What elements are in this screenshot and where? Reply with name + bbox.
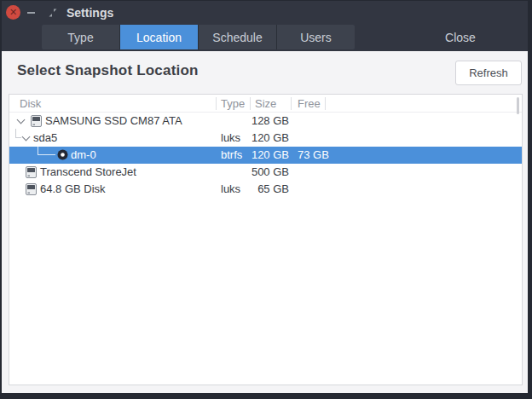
tab-bar: TypeLocationScheduleUsers Close xyxy=(2,25,528,49)
tree-elbow xyxy=(15,129,21,138)
table-row[interactable]: sda5luks120 GB xyxy=(9,130,522,147)
tab-group: TypeLocationScheduleUsers xyxy=(42,25,355,49)
table-rows: SAMSUNG SSD CM87 ATA128 GBsda5luks120 GB… xyxy=(9,113,522,198)
cell-size: 500 GB xyxy=(251,165,289,178)
tree-elbow xyxy=(38,146,55,155)
table-row[interactable]: Transcend StoreJet500 GB xyxy=(9,164,522,181)
cell-size: 65 GB xyxy=(251,182,289,195)
column-header-disk[interactable]: Disk xyxy=(20,97,41,110)
row-label: dm-0 xyxy=(71,148,96,161)
window-title: Settings xyxy=(66,6,113,20)
restore-icon[interactable] xyxy=(48,8,58,18)
expander-chevron-icon[interactable] xyxy=(22,133,31,142)
tab-schedule[interactable]: Schedule xyxy=(199,25,277,49)
page-title: Select Snapshot Location xyxy=(17,62,199,79)
disk-icon xyxy=(26,183,37,195)
cell-type: luks xyxy=(221,182,240,195)
cell-free: 73 GB xyxy=(298,148,329,161)
snapshot-location-table: Disk Type Size Free SAMSUNG SSD CM87 ATA… xyxy=(9,94,523,385)
tab-location[interactable]: Location xyxy=(120,25,199,49)
table-header: Disk Type Size Free xyxy=(9,95,522,113)
disk-icon xyxy=(31,115,42,127)
row-label: SAMSUNG SSD CM87 ATA xyxy=(45,114,182,127)
minimize-icon[interactable] xyxy=(27,12,35,14)
cell-size: 120 GB xyxy=(251,148,289,161)
tab-type[interactable]: Type xyxy=(42,25,120,49)
cell-size: 128 GB xyxy=(251,114,289,127)
close-window-icon[interactable]: ✕ xyxy=(6,5,20,20)
column-divider xyxy=(250,97,251,110)
column-divider xyxy=(291,97,292,110)
refresh-button[interactable]: Refresh xyxy=(455,61,522,85)
row-label: Transcend StoreJet xyxy=(40,165,136,178)
cell-type: luks xyxy=(221,131,240,144)
table-row[interactable]: 64.8 GB Diskluks65 GB xyxy=(9,181,522,198)
disk-icon xyxy=(26,166,37,178)
column-header-free[interactable]: Free xyxy=(298,97,321,110)
cell-type: btrfs xyxy=(221,148,242,161)
volume-icon xyxy=(57,149,68,160)
column-divider xyxy=(325,97,326,110)
vertical-scrollbar[interactable] xyxy=(517,97,519,114)
column-divider xyxy=(216,97,217,110)
column-header-type[interactable]: Type xyxy=(221,97,245,110)
window-header: ✕ Settings TypeLocationScheduleUsers Clo… xyxy=(2,1,528,51)
column-header-size[interactable]: Size xyxy=(255,97,276,110)
table-row[interactable]: SAMSUNG SSD CM87 ATA128 GB xyxy=(9,113,522,130)
expander-chevron-icon[interactable] xyxy=(17,116,26,124)
cell-size: 120 GB xyxy=(251,131,289,144)
row-label: sda5 xyxy=(33,131,57,144)
titlebar: ✕ Settings xyxy=(2,1,528,25)
settings-window: ✕ Settings TypeLocationScheduleUsers Clo… xyxy=(0,0,532,399)
main-content: Select Snapshot Location Refresh Disk Ty… xyxy=(2,51,528,393)
close-button[interactable]: Close xyxy=(433,25,488,49)
row-label: 64.8 GB Disk xyxy=(40,182,106,195)
tab-users[interactable]: Users xyxy=(277,25,355,49)
table-row[interactable]: dm-0btrfs120 GB73 GB xyxy=(9,147,522,164)
